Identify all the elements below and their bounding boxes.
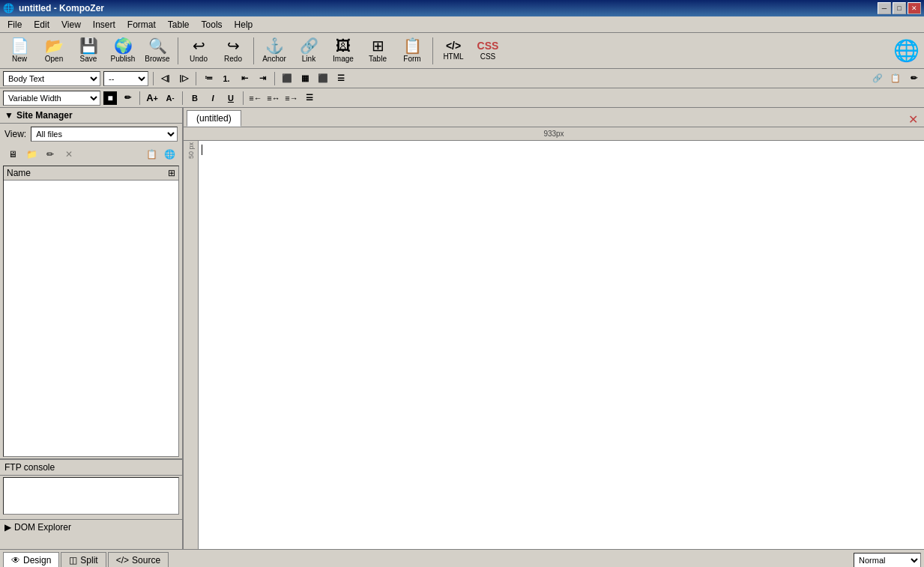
form-button[interactable]: 📋 Form [396,35,429,67]
sm-connect-btn[interactable]: 🖥 [4,146,21,163]
image-icon: 🖼 [336,38,351,53]
sm-folder-btn[interactable]: 📁 [23,146,40,163]
normal-select[interactable]: Normal Heading 1 Heading 2 [854,553,921,568]
maximize-button[interactable]: □ [893,2,906,14]
text-color-btn[interactable]: ■ [103,91,117,105]
open-label: Open [45,55,63,63]
undo-label: Undo [190,55,208,63]
ruler-measurement: 933px [543,130,564,138]
files-list [4,181,178,456]
menu-help[interactable]: Help [229,18,259,31]
underline-btn[interactable]: U [223,91,238,106]
view-tabs: 👁 Design ◫ Split </> Source [3,552,169,568]
bold-btn[interactable]: B [187,91,202,106]
files-name-col: Name [7,168,31,178]
style-select[interactable]: Body Text Heading 1 Heading 2 Paragraph [3,71,100,86]
format-right-3[interactable]: ✏ [906,71,921,86]
sm-copy-btn[interactable]: 📋 [143,146,160,163]
site-manager-header[interactable]: ▼ Site Manager [0,108,182,124]
sm-delete-btn[interactable]: ✕ [61,146,77,163]
align-justify-btn[interactable]: ☰ [333,71,348,86]
css-label: CSS [480,52,496,61]
save-button[interactable]: 💾 Save [72,35,105,67]
main-area: ▼ Site Manager View: All files Site file… [0,108,924,549]
browse-icon: 🔍 [148,38,167,53]
ordered-list-btn[interactable]: 1. [219,71,234,86]
align-right-btn[interactable]: ⬛ [315,71,330,86]
format-right-2[interactable]: 📋 [888,71,903,86]
title-text: untitled - KompoZer [19,3,104,13]
format-right-1[interactable]: 🔗 [870,71,885,86]
unordered-list-btn[interactable]: ≔ [201,71,216,86]
site-manager: ▼ Site Manager View: All files Site file… [0,108,182,459]
browse-button[interactable]: 🔍 Browse [141,35,174,67]
new-icon: 📄 [10,38,29,53]
browser-button[interactable]: 🌐 [891,36,921,66]
undo-button[interactable]: ↩ Undo [182,35,215,67]
site-manager-arrow: ▼ [4,110,13,121]
source-icon: </> [116,555,129,566]
font-size-select[interactable]: -- 8 10 12 14 [103,71,148,86]
undo-icon: ↩ [193,38,205,53]
css-button[interactable]: CSS CSS [471,35,504,67]
dom-explorer-header[interactable]: ▶ DOM Explorer [0,520,182,535]
highlight-btn[interactable]: ✏ [120,91,135,106]
sm-edit-btn[interactable]: ✏ [42,146,58,163]
tab-bar: (untitled) ✕ [184,108,924,127]
form-label: Form [403,55,420,63]
indent-btn[interactable]: ⇥ [255,71,270,86]
open-button[interactable]: 📂 Open [37,35,70,67]
editor-tab-untitled[interactable]: (untitled) [187,110,241,127]
text-size-increase[interactable]: A+ [145,91,160,106]
align-left-btn[interactable]: ⬛ [280,71,295,86]
style-align-right[interactable]: ≡→ [284,91,299,106]
sm-web-btn[interactable]: 🌐 [161,146,178,163]
menu-format[interactable]: Format [121,18,162,31]
image-button[interactable]: 🖼 Image [327,35,360,67]
style-align-justify[interactable]: ☰ [302,91,317,106]
font-select[interactable]: Variable Width Fixed Width Arial [3,91,100,106]
style-align-center[interactable]: ≡↔ [266,91,281,106]
menu-tools[interactable]: Tools [196,18,229,31]
italic-btn[interactable]: I [205,91,220,106]
style-sep-3 [243,91,244,105]
source-tab[interactable]: </> Source [108,552,169,568]
link-button[interactable]: 🔗 Link [292,35,325,67]
toolbar-sep-2 [253,37,254,64]
redo-button[interactable]: ↪ Redo [217,35,250,67]
style-sep-2 [182,91,183,105]
text-size-decrease[interactable]: A- [163,91,178,106]
split-tab[interactable]: ◫ Split [61,552,106,568]
format-bar-right: 🔗 📋 ✏ [870,71,921,86]
files-expand-icon: ⊞ [168,168,175,178]
minimize-button[interactable]: ─ [878,2,891,14]
title-bar: 🌐 untitled - KompoZer ─ □ ✕ [0,0,924,16]
align-center-btn[interactable]: ▦ [298,71,312,86]
tab-close-icon[interactable]: ✕ [905,112,921,127]
anchor-button[interactable]: ⚓ Anchor [258,35,291,67]
format-indent-more[interactable]: |▷ [176,71,191,86]
editor-content[interactable] [199,141,924,549]
new-button[interactable]: 📄 New [3,35,36,67]
outdent-btn[interactable]: ⇤ [237,71,252,86]
design-tab[interactable]: 👁 Design [3,552,59,568]
menu-edit[interactable]: Edit [28,18,55,31]
tab-title: (untitled) [196,113,232,124]
html-icon: </> [446,40,461,51]
menu-view[interactable]: View [55,18,87,31]
anchor-label: Anchor [262,55,286,63]
publish-label: Publish [111,55,136,63]
style-align-left[interactable]: ≡← [248,91,263,106]
menu-insert[interactable]: Insert [87,18,121,31]
cursor-line [202,144,921,156]
table-button[interactable]: ⊞ Table [361,35,394,67]
bottom-tabs: 👁 Design ◫ Split </> Source Normal Headi… [0,549,924,567]
menu-file[interactable]: File [1,18,28,31]
form-icon: 📋 [403,38,422,53]
format-indent-less[interactable]: ◁| [158,71,173,86]
menu-table[interactable]: Table [162,18,196,31]
site-manager-view-select[interactable]: All files Site files [31,127,178,142]
html-button[interactable]: </> HTML [437,35,470,67]
close-button[interactable]: ✕ [908,2,921,14]
publish-button[interactable]: 🌍 Publish [106,35,139,67]
